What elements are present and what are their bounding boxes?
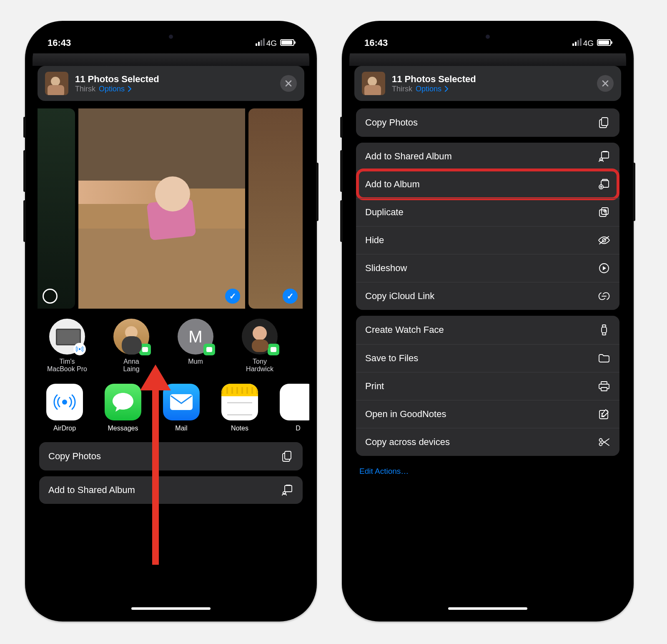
share-app[interactable]: Messages (100, 384, 146, 432)
action-watch[interactable]: Create Watch Face (356, 316, 619, 344)
link-icon (598, 292, 610, 301)
play-icon (598, 263, 610, 274)
battery-icon (597, 39, 611, 46)
action-label: Add to Album (365, 179, 420, 190)
photo-thumbnail[interactable]: ✓ (248, 108, 303, 309)
svg-rect-21 (601, 387, 607, 391)
contact-name: AnnaLaing (123, 358, 139, 374)
sheet-title: 11 Photos Selected (75, 74, 273, 85)
sheet-title: 11 Photos Selected (392, 74, 590, 85)
photo-thumbnail[interactable] (38, 108, 75, 309)
contact-name: Tim'sMacBook Pro (47, 358, 87, 374)
chevron-right-icon (445, 86, 449, 92)
share-contact[interactable]: M Mum (168, 319, 223, 374)
svg-rect-19 (601, 382, 607, 384)
svg-point-24 (599, 443, 602, 446)
app-name-label: Mail (175, 425, 187, 432)
action-copy[interactable]: Copy Photos (39, 442, 303, 470)
svg-rect-7 (602, 118, 608, 126)
avatar (242, 319, 278, 355)
selection-circle-icon[interactable] (43, 289, 58, 304)
action-shared-album[interactable]: Add to Shared Album (39, 476, 303, 504)
scissors-icon (598, 438, 610, 447)
mail-app-icon (163, 384, 200, 420)
hide-icon (598, 236, 610, 245)
svg-rect-2 (170, 394, 193, 410)
action-folder[interactable]: Save to Files (356, 344, 619, 372)
add-album-icon (598, 179, 610, 190)
selection-check-icon[interactable]: ✓ (225, 289, 240, 304)
airdrop-app-icon (46, 384, 83, 420)
app-name-label: AirDrop (53, 425, 76, 432)
messages-badge-icon (203, 344, 215, 355)
avatar (49, 319, 85, 355)
share-contacts-row[interactable]: Tim'sMacBook Pro AnnaLaingM Mum TonyHard… (33, 319, 309, 377)
copy-icon (281, 450, 293, 462)
svg-rect-8 (602, 152, 609, 158)
action-label: Save to Files (365, 353, 418, 364)
shared-album-icon (598, 151, 610, 162)
selection-thumbnail (45, 72, 68, 95)
action-label: Copy Photos (48, 451, 101, 462)
app-name-label: Messages (108, 425, 138, 432)
action-hide[interactable]: Hide (356, 226, 619, 254)
share-contact[interactable]: AnnaLaing (104, 319, 158, 374)
print-icon (598, 381, 610, 392)
svg-point-23 (599, 439, 602, 442)
action-note[interactable]: Open in GoodNotes (356, 400, 619, 428)
action-list: Copy Photos Add to Shared Album (33, 435, 309, 504)
svg-point-0 (79, 348, 81, 350)
cellular-label: 4G (583, 39, 594, 48)
action-list: Copy Photos Add to Shared Album Add to A… (349, 101, 626, 476)
svg-rect-12 (602, 179, 607, 181)
close-button[interactable] (280, 75, 297, 92)
action-label: Create Watch Face (365, 325, 444, 335)
action-copy[interactable]: Copy Photos (356, 108, 619, 137)
action-duplicate[interactable]: Duplicate (356, 198, 619, 226)
close-button[interactable] (597, 75, 614, 92)
svg-rect-9 (603, 151, 607, 152)
home-indicator[interactable] (131, 607, 211, 610)
share-apps-row[interactable]: AirDrop Messages Mail Notes D (33, 377, 309, 435)
signal-icon (256, 38, 265, 46)
photo-strip[interactable]: ✓ ✓ (33, 108, 309, 309)
shared-album-icon (281, 485, 293, 496)
action-label: Hide (365, 235, 384, 246)
airdrop-badge-icon (73, 343, 86, 355)
action-label: Slideshow (365, 263, 407, 274)
action-label: Copy across devices (365, 437, 450, 448)
messages-app-icon (105, 384, 141, 420)
svg-point-1 (62, 400, 67, 405)
avatar (113, 319, 149, 355)
action-link[interactable]: Copy iCloud Link (356, 282, 619, 310)
action-label: Print (365, 381, 384, 392)
sheet-subtitle: Thirsk (75, 85, 95, 93)
home-indicator[interactable] (448, 607, 527, 610)
share-app[interactable]: Mail (158, 384, 204, 432)
action-shared-album[interactable]: Add to Shared Album (356, 143, 619, 170)
share-app[interactable]: Notes (217, 384, 263, 432)
share-contact[interactable]: Tim'sMacBook Pro (40, 319, 94, 374)
chevron-right-icon (128, 86, 132, 92)
share-contact[interactable]: TonyHardwick (233, 319, 287, 374)
svg-rect-18 (602, 327, 607, 333)
action-label: Add to Shared Album (365, 151, 452, 162)
action-add-album[interactable]: Add to Album (356, 170, 619, 198)
action-label: Open in GoodNotes (365, 409, 446, 420)
options-link[interactable]: Options (99, 85, 125, 93)
options-link[interactable]: Options (416, 85, 441, 93)
share-app[interactable]: AirDrop (42, 384, 88, 432)
note-icon (598, 409, 610, 420)
notes-app-icon (221, 384, 258, 420)
notch (115, 28, 227, 43)
selection-check-icon[interactable]: ✓ (283, 289, 298, 304)
svg-rect-5 (286, 485, 291, 486)
share-app[interactable]: D (275, 384, 309, 432)
messages-badge-icon (268, 344, 279, 355)
action-print[interactable]: Print (356, 372, 619, 400)
action-play[interactable]: Slideshow (356, 254, 619, 282)
edit-actions-link[interactable]: Edit Actions… (356, 462, 619, 476)
folder-icon (598, 354, 610, 363)
photo-thumbnail[interactable]: ✓ (78, 108, 245, 309)
action-scissors[interactable]: Copy across devices (356, 428, 619, 456)
